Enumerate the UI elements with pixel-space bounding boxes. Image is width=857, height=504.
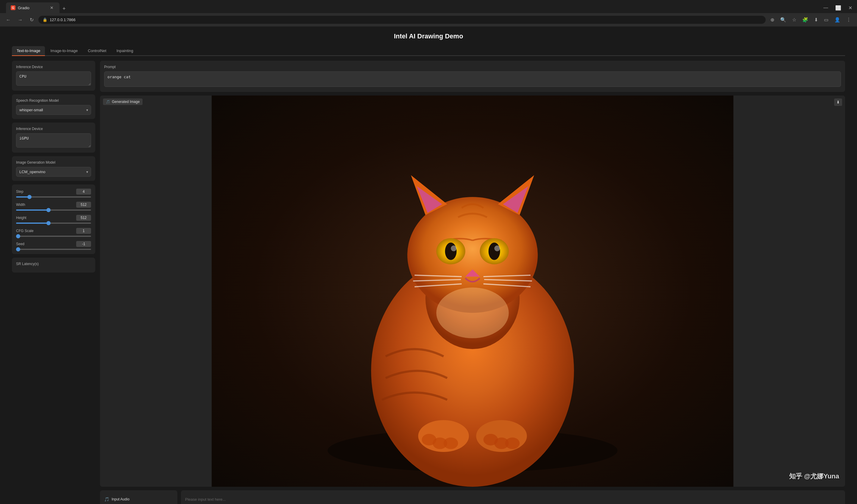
- maximize-button[interactable]: ⬜: [833, 4, 844, 12]
- tab-controlnet[interactable]: ControlNet: [83, 46, 111, 55]
- zoom-icon[interactable]: 🔍: [778, 15, 789, 24]
- left-panel: Inference Device CPU Speech Recognition …: [12, 61, 95, 504]
- height-label: Height: [16, 216, 27, 220]
- music-icon: 🎵: [106, 100, 110, 104]
- seed-value: -1: [76, 241, 91, 247]
- seed-label: Seed: [16, 242, 24, 246]
- tab-image-to-image[interactable]: Image-to-Image: [46, 46, 82, 55]
- cfg-scale-slider[interactable]: [16, 236, 91, 237]
- page-content: Intel AI Drawing Demo Text-to-Image Imag…: [0, 27, 857, 504]
- width-slider-header: Width 512: [16, 202, 91, 208]
- width-slider-row: Width 512: [16, 202, 91, 211]
- star-icon[interactable]: ☆: [790, 15, 799, 24]
- image-generation-model-section: Image Generation Model LCM_openvino SD_o…: [12, 156, 95, 181]
- image-generation-model-label: Image Generation Model: [16, 161, 91, 165]
- generated-image-label-text: Generated Image: [112, 100, 139, 104]
- browser-window-controls: — ⬜ ✕: [821, 4, 855, 12]
- bottom-row: 🎵 Input Audio: [100, 490, 845, 504]
- img-inference-device-input[interactable]: iGPU: [16, 133, 91, 148]
- speech-recognition-model-wrapper: whisper-small whisper-medium whisper-lar…: [16, 105, 91, 115]
- tab-list: G Gradio ✕ +: [6, 2, 820, 13]
- step-slider-row: Step 4: [16, 189, 91, 198]
- step-slider[interactable]: [16, 196, 91, 198]
- seed-slider-row: Seed -1: [16, 241, 91, 250]
- tab-bar: G Gradio ✕ + — ⬜ ✕: [0, 0, 857, 13]
- tab-close-button[interactable]: ✕: [49, 5, 55, 11]
- speech-recognition-model-label: Speech Recognition Model: [16, 99, 91, 103]
- width-slider[interactable]: [16, 209, 91, 211]
- input-audio-label: Input Audio: [112, 497, 130, 501]
- close-window-button[interactable]: ✕: [846, 4, 855, 12]
- image-generation-model-wrapper: LCM_openvino SD_openvino SDXL_openvino ▾: [16, 167, 91, 177]
- tab-text-to-image[interactable]: Text-to-Image: [12, 46, 45, 56]
- svg-point-27: [444, 437, 458, 449]
- height-value: 512: [76, 215, 91, 221]
- sr-inference-device-section: Inference Device CPU: [12, 61, 95, 91]
- cat-image-container: 知乎 @尤娜Yuna: [100, 96, 845, 487]
- app-tab-nav: Text-to-Image Image-to-Image ControlNet …: [12, 46, 845, 56]
- img-inference-device-label: Inference Device: [16, 127, 91, 131]
- input-audio-section: 🎵 Input Audio: [100, 490, 178, 504]
- sidebar-icon[interactable]: ▭: [822, 15, 831, 24]
- svg-point-11: [451, 246, 456, 251]
- address-bar[interactable]: 🔒: [38, 16, 766, 24]
- sr-latency-section: SR Latency(s): [12, 258, 95, 272]
- prompt-textarea[interactable]: orange cat: [104, 71, 841, 87]
- cfg-scale-value: 1: [76, 228, 91, 234]
- extension-icon[interactable]: 🧩: [800, 15, 811, 24]
- audio-icon: 🎵: [104, 497, 109, 502]
- svg-point-10: [445, 242, 456, 260]
- prompt-section: Prompt orange cat: [100, 61, 845, 92]
- more-options-icon[interactable]: ⋮: [844, 15, 854, 24]
- nav-toolbar-right: ⊕ 🔍 ☆ 🧩 ⬇ ▭ 👤 ⋮: [768, 15, 854, 24]
- translate-icon[interactable]: ⊕: [768, 15, 777, 24]
- sliders-section: Step 4 Width 512 Height: [12, 184, 95, 254]
- text-input-field[interactable]: [181, 490, 845, 504]
- watermark: 知乎 @尤娜Yuna: [789, 472, 839, 481]
- main-layout: Inference Device CPU Speech Recognition …: [12, 61, 845, 504]
- right-panel: Prompt orange cat 🎵 Generated Image ⬇: [100, 61, 845, 504]
- svg-point-14: [494, 246, 500, 251]
- reload-button[interactable]: ↻: [27, 15, 36, 24]
- image-generation-model-select[interactable]: LCM_openvino SD_openvino SDXL_openvino: [16, 167, 91, 177]
- height-slider[interactable]: [16, 222, 91, 224]
- cfg-scale-slider-header: CFG Scale 1: [16, 228, 91, 234]
- forward-button[interactable]: →: [16, 16, 25, 24]
- speech-recognition-model-section: Speech Recognition Model whisper-small w…: [12, 94, 95, 119]
- download-image-button[interactable]: ⬇: [834, 99, 842, 106]
- tab-title-label: Gradio: [18, 6, 46, 10]
- cfg-scale-label: CFG Scale: [16, 229, 34, 233]
- cat-image-svg: [100, 96, 845, 487]
- prompt-label: Prompt: [104, 65, 841, 69]
- speech-recognition-model-select[interactable]: whisper-small whisper-medium whisper-lar…: [16, 105, 91, 115]
- generated-image-section: 🎵 Generated Image ⬇: [100, 96, 845, 487]
- download-nav-icon[interactable]: ⬇: [812, 15, 820, 24]
- width-label: Width: [16, 203, 25, 207]
- height-slider-row: Height 512: [16, 215, 91, 224]
- height-slider-header: Height 512: [16, 215, 91, 221]
- generated-image-label: 🎵 Generated Image: [103, 99, 142, 105]
- browser-tab-gradio[interactable]: G Gradio ✕: [6, 2, 60, 13]
- svg-point-13: [489, 242, 500, 260]
- address-input[interactable]: [50, 18, 761, 22]
- page-title: Intel AI Drawing Demo: [12, 32, 845, 40]
- sr-inference-device-input[interactable]: CPU: [16, 71, 91, 86]
- tab-inpainting[interactable]: Inpainting: [112, 46, 138, 55]
- img-inference-device-section: Inference Device iGPU: [12, 122, 95, 153]
- sr-latency-label: SR Latency(s): [16, 262, 91, 266]
- step-value: 4: [76, 189, 91, 195]
- back-button[interactable]: ←: [3, 16, 13, 24]
- width-value: 512: [76, 202, 91, 208]
- svg-point-22: [436, 287, 509, 338]
- browser-chrome: G Gradio ✕ + — ⬜ ✕ ← → ↻ 🔒 ⊕ 🔍 ☆ 🧩 ⬇ ▭ 👤: [0, 0, 857, 27]
- profile-icon[interactable]: 👤: [832, 15, 843, 24]
- svg-point-30: [505, 437, 520, 449]
- seed-slider[interactable]: [16, 249, 91, 250]
- seed-slider-header: Seed -1: [16, 241, 91, 247]
- sr-inference-device-label: Inference Device: [16, 65, 91, 69]
- step-label: Step: [16, 189, 23, 194]
- new-tab-button[interactable]: +: [60, 4, 68, 13]
- step-slider-header: Step 4: [16, 189, 91, 195]
- tab-favicon: G: [11, 5, 16, 10]
- minimize-button[interactable]: —: [821, 4, 830, 12]
